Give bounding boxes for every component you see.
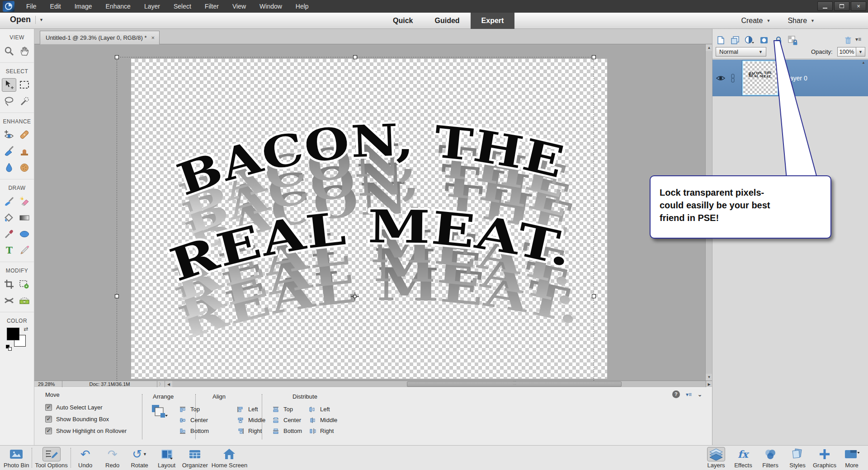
opacity-dropdown-icon[interactable]: ▼ (856, 47, 865, 56)
foreground-color-swatch[interactable] (7, 328, 19, 340)
scroll-right-icon[interactable]: ▶ (706, 381, 712, 387)
handle-top-left[interactable] (115, 55, 119, 59)
opacity-field[interactable]: 100% (837, 47, 856, 56)
organizer-button[interactable]: Organizer (180, 447, 210, 469)
swap-colors-icon[interactable]: ⇄ (24, 326, 28, 332)
distribute-middle-button[interactable]: Middle (309, 417, 337, 423)
status-expander-icon[interactable]: 〉 (157, 381, 165, 387)
paint-bucket-tool-icon[interactable] (2, 211, 16, 225)
menu-filter[interactable]: Filter (205, 3, 219, 10)
lasso-tool-icon[interactable] (2, 94, 16, 108)
menu-enhance[interactable]: Enhance (106, 3, 131, 10)
home-screen-button[interactable]: Home Screen (210, 447, 249, 469)
scroll-down-icon[interactable]: ▼ (706, 374, 712, 381)
more-button[interactable]: More (838, 447, 865, 469)
panel-menu-icon[interactable]: ▾≡ (686, 391, 692, 398)
shape-tool-icon[interactable] (17, 227, 32, 241)
checkbox-checked[interactable]: ✓ (45, 404, 52, 411)
handle-top-middle[interactable] (353, 55, 357, 59)
scroll-up-icon[interactable]: ▲ (862, 61, 865, 65)
menu-edit[interactable]: Edit (50, 3, 61, 10)
close-button[interactable]: × (851, 1, 866, 11)
crop-tool-icon[interactable] (2, 277, 16, 291)
tab-guided[interactable]: Guided (424, 13, 470, 29)
eyedropper-tool-icon[interactable] (2, 227, 16, 241)
tool-options-button[interactable]: Tool Options (33, 447, 69, 469)
quick-selection-tool-icon[interactable] (17, 94, 32, 108)
zoom-tool-icon[interactable] (2, 44, 16, 58)
link-layer-icon[interactable] (730, 74, 736, 83)
straighten-tool-icon[interactable] (17, 294, 32, 307)
distribute-right-button[interactable]: Right (309, 428, 334, 434)
spot-healing-brush-tool-icon[interactable] (17, 128, 32, 142)
effects-button[interactable]: fx Effects (730, 447, 757, 469)
align-center-button[interactable]: Center (179, 417, 208, 423)
align-bottom-button[interactable]: Bottom (179, 428, 209, 434)
create-button[interactable]: Create▼ (741, 17, 770, 25)
visibility-eye-icon[interactable] (716, 75, 725, 82)
handle-top-right[interactable] (592, 55, 596, 59)
align-right-button[interactable]: Right (237, 428, 262, 434)
show-bounding-box-option[interactable]: ✓ Show Bounding Box (45, 416, 109, 423)
handle-middle-left[interactable] (115, 294, 119, 298)
default-colors-icon[interactable] (6, 345, 12, 351)
distribute-left-button[interactable]: Left (309, 406, 330, 413)
horizontal-scrollbar[interactable] (172, 381, 706, 387)
panel-menu-icon[interactable]: ▾≡ (855, 36, 861, 42)
help-icon[interactable]: ? (672, 390, 680, 398)
menu-view[interactable]: View (232, 3, 246, 10)
canvas-area[interactable]: BACON, THE REAL MEAT. BACON, THE REAL ME… (34, 44, 712, 381)
arrange-icon[interactable] (151, 404, 168, 419)
auto-select-layer-option[interactable]: ✓ Auto Select Layer (45, 404, 103, 411)
adjustment-layer-icon[interactable] (744, 35, 755, 45)
tab-quick[interactable]: Quick (382, 13, 424, 29)
delete-layer-icon[interactable] (843, 35, 854, 45)
styles-button[interactable]: Styles (784, 447, 811, 469)
menu-file[interactable]: File (26, 3, 37, 10)
rectangular-marquee-tool-icon[interactable] (17, 78, 32, 92)
horizontal-scrollbar-thumb[interactable] (407, 381, 622, 387)
menu-select[interactable]: Select (174, 3, 191, 10)
blur-tool-icon[interactable] (2, 161, 16, 174)
new-layer-icon[interactable] (715, 35, 726, 45)
smart-brush-tool-icon[interactable] (2, 145, 16, 158)
show-highlight-on-rollover-option[interactable]: ✓ Show Highlight on Rollover (45, 428, 127, 434)
filters-button[interactable]: Filters (757, 447, 784, 469)
rotate-button[interactable]: ↺▼ Rotate (126, 447, 153, 469)
tab-expert[interactable]: Expert (471, 13, 515, 29)
photo-bin-button[interactable]: Photo Bin (2, 447, 31, 469)
bounding-box-right-edge[interactable] (594, 57, 594, 381)
hand-tool-icon[interactable] (17, 44, 32, 58)
checkbox-checked[interactable]: ✓ (45, 416, 52, 423)
layout-button[interactable]: Layout (153, 447, 180, 469)
minimize-button[interactable] (817, 1, 833, 11)
zoom-level-field[interactable]: 29.28% (34, 381, 62, 387)
align-left-button[interactable]: Left (237, 406, 258, 413)
distribute-center-button[interactable]: Center (272, 417, 301, 423)
gradient-tool-icon[interactable] (17, 211, 32, 225)
type-tool-icon[interactable]: T (2, 244, 16, 257)
close-icon[interactable]: × (151, 34, 155, 41)
chevron-down-icon[interactable]: ▼ (35, 16, 43, 24)
menu-window[interactable]: Window (259, 3, 282, 10)
align-top-button[interactable]: Top (179, 406, 200, 413)
handle-middle-right[interactable] (592, 294, 596, 298)
menu-layer[interactable]: Layer (144, 3, 160, 10)
restore-button[interactable] (834, 1, 849, 11)
scroll-up-icon[interactable]: ▲ (706, 44, 712, 51)
share-button[interactable]: Share▼ (788, 17, 815, 25)
sponge-tool-icon[interactable] (17, 161, 32, 174)
layers-button[interactable]: Layers (703, 447, 730, 469)
open-button[interactable]: Open ▼ (10, 15, 43, 24)
pencil-tool-icon[interactable] (17, 244, 32, 257)
document-size-field[interactable]: Doc: 37.1M/36.1M (62, 381, 157, 387)
eraser-tool-icon[interactable] (17, 195, 32, 208)
undo-button[interactable]: ↶ Undo (72, 447, 99, 469)
brush-tool-icon[interactable] (2, 195, 16, 208)
collapse-panel-icon[interactable]: ⌄ (698, 391, 702, 398)
redo-button[interactable]: ↷ Redo (99, 447, 126, 469)
checkbox-checked[interactable]: ✓ (45, 428, 52, 434)
document-tab[interactable]: Untitled-1 @ 29.3% (Layer 0, RGB/8) * × (40, 31, 160, 44)
distribute-top-button[interactable]: Top (272, 406, 293, 413)
scroll-left-icon[interactable]: ◀ (165, 381, 172, 387)
